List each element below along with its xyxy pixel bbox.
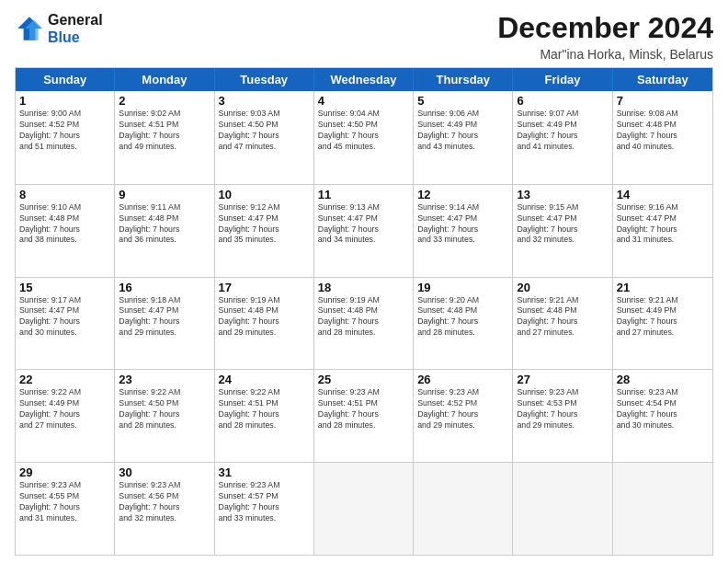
calendar-cell [314,463,414,555]
calendar: Sunday Monday Tuesday Wednesday Thursday… [15,67,713,556]
day-info: Sunrise: 9:15 AM Sunset: 4:47 PM Dayligh… [517,202,608,247]
calendar-cell: 7Sunrise: 9:08 AM Sunset: 4:48 PM Daylig… [613,91,712,184]
day-number: 5 [417,94,508,108]
logo: General Blue [15,11,103,46]
day-info: Sunrise: 9:18 AM Sunset: 4:47 PM Dayligh… [119,295,210,339]
calendar-cell: 16Sunrise: 9:18 AM Sunset: 4:47 PM Dayli… [115,278,214,370]
logo-text: General Blue [48,11,103,46]
day-number: 18 [318,281,409,294]
calendar-cell: 19Sunrise: 9:20 AM Sunset: 4:48 PM Dayli… [414,278,513,370]
day-number: 30 [119,465,210,479]
day-info: Sunrise: 9:07 AM Sunset: 4:49 PM Dayligh… [517,109,608,153]
day-info: Sunrise: 9:21 AM Sunset: 4:49 PM Dayligh… [617,295,709,339]
day-info: Sunrise: 9:23 AM Sunset: 4:52 PM Dayligh… [417,387,508,431]
day-info: Sunrise: 9:22 AM Sunset: 4:50 PM Dayligh… [119,387,210,431]
day-info: Sunrise: 9:23 AM Sunset: 4:54 PM Dayligh… [617,387,709,431]
calendar-cell: 13Sunrise: 9:15 AM Sunset: 4:47 PM Dayli… [513,185,612,277]
day-info: Sunrise: 9:19 AM Sunset: 4:48 PM Dayligh… [219,295,310,339]
calendar-cell: 26Sunrise: 9:23 AM Sunset: 4:52 PM Dayli… [414,370,513,462]
day-info: Sunrise: 9:02 AM Sunset: 4:51 PM Dayligh… [119,109,210,153]
calendar-row: 15Sunrise: 9:17 AM Sunset: 4:47 PM Dayli… [16,277,712,370]
day-number: 15 [19,281,110,294]
day-info: Sunrise: 9:03 AM Sunset: 4:50 PM Dayligh… [219,109,310,153]
col-mon: Monday [115,68,214,91]
col-tue: Tuesday [215,68,314,91]
col-sun: Sunday [16,68,115,91]
calendar-cell: 30Sunrise: 9:23 AM Sunset: 4:56 PM Dayli… [115,463,214,555]
day-info: Sunrise: 9:23 AM Sunset: 4:55 PM Dayligh… [19,480,110,524]
calendar-cell: 1Sunrise: 9:00 AM Sunset: 4:52 PM Daylig… [16,91,115,184]
calendar-cell: 8Sunrise: 9:10 AM Sunset: 4:48 PM Daylig… [16,185,115,277]
calendar-cell: 31Sunrise: 9:23 AM Sunset: 4:57 PM Dayli… [215,463,314,555]
calendar-cell: 2Sunrise: 9:02 AM Sunset: 4:51 PM Daylig… [115,91,214,184]
calendar-row: 29Sunrise: 9:23 AM Sunset: 4:55 PM Dayli… [16,462,712,555]
col-fri: Friday [513,68,612,91]
day-number: 23 [119,373,210,386]
day-number: 13 [517,188,608,201]
calendar-cell: 28Sunrise: 9:23 AM Sunset: 4:54 PM Dayli… [613,370,712,462]
day-number: 28 [617,373,709,386]
calendar-cell [513,463,612,555]
day-info: Sunrise: 9:23 AM Sunset: 4:53 PM Dayligh… [517,387,608,431]
day-info: Sunrise: 9:23 AM Sunset: 4:57 PM Dayligh… [219,480,310,524]
day-number: 6 [517,94,608,108]
calendar-body: 1Sunrise: 9:00 AM Sunset: 4:52 PM Daylig… [16,91,712,555]
day-number: 9 [119,188,210,201]
day-info: Sunrise: 9:23 AM Sunset: 4:51 PM Dayligh… [318,387,409,431]
logo-icon [15,14,44,43]
calendar-row: 22Sunrise: 9:22 AM Sunset: 4:49 PM Dayli… [16,369,712,462]
calendar-cell: 18Sunrise: 9:19 AM Sunset: 4:48 PM Dayli… [314,278,414,370]
day-info: Sunrise: 9:12 AM Sunset: 4:47 PM Dayligh… [219,202,310,247]
col-thu: Thursday [414,68,513,91]
day-number: 14 [617,188,709,201]
day-info: Sunrise: 9:08 AM Sunset: 4:48 PM Dayligh… [617,109,709,153]
calendar-cell: 23Sunrise: 9:22 AM Sunset: 4:50 PM Dayli… [115,370,214,462]
calendar-cell: 21Sunrise: 9:21 AM Sunset: 4:49 PM Dayli… [613,278,712,370]
day-number: 8 [19,188,110,201]
day-number: 10 [219,188,310,201]
day-info: Sunrise: 9:21 AM Sunset: 4:48 PM Dayligh… [517,295,608,339]
day-number: 26 [417,373,508,386]
day-info: Sunrise: 9:23 AM Sunset: 4:56 PM Dayligh… [119,480,210,524]
day-number: 16 [119,281,210,294]
calendar-cell: 10Sunrise: 9:12 AM Sunset: 4:47 PM Dayli… [215,185,314,277]
day-number: 1 [19,94,110,108]
col-wed: Wednesday [314,68,414,91]
month-title: December 2024 [497,11,713,45]
calendar-cell: 14Sunrise: 9:16 AM Sunset: 4:47 PM Dayli… [613,185,712,277]
day-number: 19 [417,281,508,294]
calendar-cell: 20Sunrise: 9:21 AM Sunset: 4:48 PM Dayli… [513,278,612,370]
day-info: Sunrise: 9:13 AM Sunset: 4:47 PM Dayligh… [318,202,409,247]
day-number: 11 [318,188,409,201]
day-number: 31 [219,465,310,479]
page: General Blue December 2024 Mar"ina Horka… [0,0,728,563]
day-info: Sunrise: 9:10 AM Sunset: 4:48 PM Dayligh… [19,202,110,247]
day-info: Sunrise: 9:20 AM Sunset: 4:48 PM Dayligh… [417,295,508,339]
day-number: 21 [617,281,709,294]
calendar-cell: 27Sunrise: 9:23 AM Sunset: 4:53 PM Dayli… [513,370,612,462]
day-number: 3 [219,94,310,108]
day-number: 20 [517,281,608,294]
calendar-cell: 24Sunrise: 9:22 AM Sunset: 4:51 PM Dayli… [215,370,314,462]
day-info: Sunrise: 9:22 AM Sunset: 4:51 PM Dayligh… [219,387,310,431]
day-number: 4 [318,94,409,108]
day-info: Sunrise: 9:19 AM Sunset: 4:48 PM Dayligh… [318,295,409,339]
calendar-cell [613,463,712,555]
calendar-cell: 22Sunrise: 9:22 AM Sunset: 4:49 PM Dayli… [16,370,115,462]
day-number: 17 [219,281,310,294]
header: General Blue December 2024 Mar"ina Horka… [15,11,713,62]
day-number: 25 [318,373,409,386]
day-number: 29 [19,465,110,479]
day-number: 27 [517,373,608,386]
day-number: 24 [219,373,310,386]
calendar-cell: 25Sunrise: 9:23 AM Sunset: 4:51 PM Dayli… [314,370,414,462]
calendar-cell: 6Sunrise: 9:07 AM Sunset: 4:49 PM Daylig… [513,91,612,184]
day-info: Sunrise: 9:22 AM Sunset: 4:49 PM Dayligh… [19,387,110,431]
col-sat: Saturday [613,68,712,91]
calendar-cell: 3Sunrise: 9:03 AM Sunset: 4:50 PM Daylig… [215,91,314,184]
calendar-cell: 9Sunrise: 9:11 AM Sunset: 4:48 PM Daylig… [115,185,214,277]
calendar-cell: 11Sunrise: 9:13 AM Sunset: 4:47 PM Dayli… [314,185,414,277]
day-info: Sunrise: 9:00 AM Sunset: 4:52 PM Dayligh… [19,109,110,153]
day-info: Sunrise: 9:11 AM Sunset: 4:48 PM Dayligh… [119,202,210,247]
calendar-cell: 29Sunrise: 9:23 AM Sunset: 4:55 PM Dayli… [16,463,115,555]
